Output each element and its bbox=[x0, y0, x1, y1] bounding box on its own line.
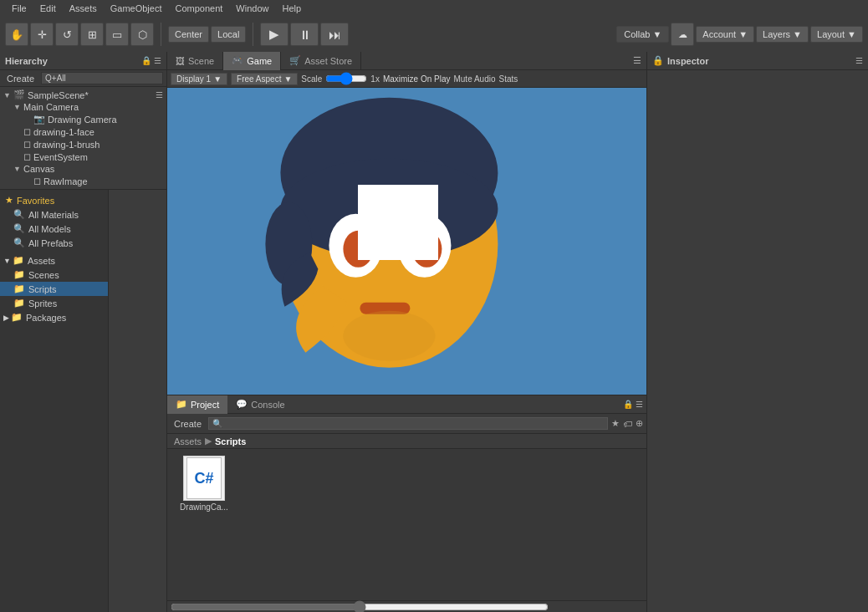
move-tool[interactable]: ✛ bbox=[30, 23, 54, 46]
menu-window[interactable]: Window bbox=[229, 2, 275, 15]
breadcrumb-assets[interactable]: Assets bbox=[174, 436, 202, 446]
hierarchy-item-drawing1brush[interactable]: ◻ drawing-1-brush bbox=[0, 138, 166, 150]
sidebar-sprites[interactable]: 📁 Sprites bbox=[0, 296, 108, 310]
transform-tool[interactable]: ⬡ bbox=[130, 23, 154, 46]
toolbar: ✋ ✛ ↺ ⊞ ▭ ⬡ Center Local ▶ ⏸ ⏭ Collab ▼ … bbox=[0, 17, 868, 52]
folder-icon: 📁 bbox=[13, 255, 24, 266]
maximize-on-play-label[interactable]: Maximize On Play bbox=[383, 74, 451, 84]
pause-button[interactable]: ⏸ bbox=[290, 23, 319, 46]
sidebar-scenes[interactable]: 📁 Scenes bbox=[0, 268, 108, 282]
inspector-content bbox=[647, 70, 868, 612]
hierarchy-search-input[interactable] bbox=[41, 72, 163, 84]
pivot-center-button[interactable]: Center bbox=[168, 26, 209, 43]
hierarchy-item-rawimage[interactable]: ◻ RawImage bbox=[0, 175, 166, 187]
lock-icon[interactable]: 🔒 bbox=[623, 400, 633, 409]
tag-icon[interactable]: 🏷 bbox=[623, 419, 632, 429]
favorites-icon[interactable]: ★ bbox=[611, 418, 620, 429]
obj-icon: ◻ bbox=[33, 176, 41, 186]
arrow-icon: ▶ bbox=[3, 314, 9, 322]
scene-tab-bar: 🖼 Scene 🎮 Game 🛒 Asset Store ☰ bbox=[167, 52, 646, 70]
game-toolbar: Display 1 ▼ Free Aspect ▼ Scale 1x Maxim… bbox=[167, 70, 646, 88]
hierarchy-item-samplescene[interactable]: ▼ 🎬 SampleScene* ☰ bbox=[0, 89, 166, 101]
hierarchy-item-maincamera[interactable]: ▼ Main Camera bbox=[0, 101, 166, 113]
hierarchy-header: Hierarchy 🔒 ☰ bbox=[0, 52, 166, 70]
aspect-dropdown[interactable]: Free Aspect ▼ bbox=[231, 73, 298, 85]
folder-icon: 📁 bbox=[13, 298, 25, 309]
rect-tool[interactable]: ▭ bbox=[105, 23, 129, 46]
layers-label: Layers ▼ bbox=[763, 29, 802, 39]
tab-game[interactable]: 🎮 Game bbox=[223, 52, 281, 70]
sidebar-all-prefabs[interactable]: 🔍 All Prefabs bbox=[0, 236, 108, 250]
play-button[interactable]: ▶ bbox=[260, 23, 288, 46]
inspector-lock-icon[interactable]: 🔒 bbox=[652, 55, 664, 66]
playback-group: ▶ ⏸ ⏭ bbox=[260, 23, 349, 46]
project-search-input[interactable] bbox=[208, 417, 608, 430]
menu-edit[interactable]: Edit bbox=[33, 2, 63, 15]
stats-label[interactable]: Stats bbox=[499, 74, 518, 84]
hierarchy-item-canvas[interactable]: ▼ Canvas bbox=[0, 163, 166, 175]
hierarchy-create-button[interactable]: Create bbox=[3, 73, 38, 84]
sep1 bbox=[161, 23, 161, 46]
tab-project[interactable]: 📁 Project bbox=[167, 395, 227, 414]
inspector-menu-icon[interactable]: ☰ bbox=[855, 56, 863, 65]
sidebar-assets-root[interactable]: ▼ 📁 Assets bbox=[0, 253, 108, 268]
hierarchy-menu-icon[interactable]: ☰ bbox=[154, 56, 161, 65]
arrow-icon: ▼ bbox=[3, 257, 11, 265]
console-tab-icon: 💬 bbox=[236, 399, 248, 410]
tab-more-button[interactable]: ☰ bbox=[628, 55, 646, 66]
file-drawingca[interactable]: C# DrawingCa... bbox=[174, 456, 234, 594]
project-create-button[interactable]: Create bbox=[171, 418, 205, 430]
folder-icon: 📁 bbox=[13, 283, 25, 294]
collab-button[interactable]: Collab ▼ bbox=[616, 26, 669, 43]
menu-component[interactable]: Component bbox=[168, 2, 229, 15]
hierarchy-item-eventsystem[interactable]: ◻ EventSystem bbox=[0, 150, 166, 163]
sidebar-scripts[interactable]: 📁 Scripts bbox=[0, 282, 108, 296]
menu-icon[interactable]: ☰ bbox=[636, 400, 643, 409]
menu-assets[interactable]: Assets bbox=[63, 2, 104, 15]
search-icon: 🔍 bbox=[13, 209, 25, 220]
cloud-button[interactable]: ☁ bbox=[671, 23, 694, 46]
account-label: Account ▼ bbox=[702, 29, 748, 39]
tab-scene[interactable]: 🖼 Scene bbox=[167, 52, 223, 70]
search-icon: 🔍 bbox=[13, 237, 25, 248]
display-dropdown[interactable]: Display 1 ▼ bbox=[171, 73, 227, 85]
local-button[interactable]: Local bbox=[211, 26, 246, 43]
scale-slider[interactable] bbox=[325, 72, 367, 85]
hierarchy-create-bar: Create bbox=[0, 70, 166, 87]
inspector-controls: ☰ bbox=[855, 56, 863, 65]
mute-audio-label[interactable]: Mute Audio bbox=[453, 74, 495, 84]
search-icon: 🔍 bbox=[13, 223, 25, 234]
bottom-panels: 📁 Project 💬 Console 🔒 ☰ Create ★ 🏷 ⊕ bbox=[167, 395, 646, 612]
layers-dropdown[interactable]: Layers ▼ bbox=[756, 26, 809, 43]
obj-icon: ◻ bbox=[23, 139, 31, 150]
menu-help[interactable]: Help bbox=[275, 2, 308, 15]
filter-icon[interactable]: ⊕ bbox=[636, 418, 643, 429]
hierarchy-tree: ▼ 🎬 SampleScene* ☰ ▼ Main Camera 📷 bbox=[0, 87, 166, 189]
sidebar-packages[interactable]: ▶ 📁 Packages bbox=[0, 310, 108, 324]
account-dropdown[interactable]: Account ▼ bbox=[696, 26, 754, 43]
scale-tool[interactable]: ⊞ bbox=[80, 23, 104, 46]
sidebar-all-materials[interactable]: 🔍 All Materials bbox=[0, 207, 108, 222]
breadcrumb-scripts[interactable]: Scripts bbox=[215, 436, 246, 446]
hierarchy-lock-icon[interactable]: 🔒 bbox=[141, 56, 151, 65]
bottom-scrollbar[interactable] bbox=[167, 600, 646, 612]
layout-dropdown[interactable]: Layout ▼ bbox=[810, 26, 863, 43]
breadcrumb-sep: ▶ bbox=[205, 436, 212, 446]
game-viewport bbox=[167, 88, 646, 395]
services-group: Collab ▼ ☁ Account ▼ Layers ▼ Layout ▼ bbox=[616, 23, 863, 46]
hierarchy-settings-icon[interactable]: ☰ bbox=[156, 90, 163, 99]
hierarchy-item-drawing1face[interactable]: ◻ drawing-1-face bbox=[0, 125, 166, 138]
step-button[interactable]: ⏭ bbox=[320, 23, 349, 46]
tab-asset-store[interactable]: 🛒 Asset Store bbox=[281, 52, 361, 70]
hand-tool[interactable]: ✋ bbox=[5, 23, 28, 46]
tab-console[interactable]: 💬 Console bbox=[227, 395, 293, 414]
menu-file[interactable]: File bbox=[5, 2, 33, 15]
project-sidebar: ★ Favorites 🔍 All Materials 🔍 All Models… bbox=[0, 190, 109, 612]
pivot-group: Center Local bbox=[168, 26, 246, 43]
sidebar-all-models[interactable]: 🔍 All Models bbox=[0, 222, 108, 236]
hierarchy-item-drawingcamera[interactable]: 📷 Drawing Camera bbox=[0, 113, 166, 125]
rotate-tool[interactable]: ↺ bbox=[55, 23, 79, 46]
scroll-slider[interactable] bbox=[171, 600, 549, 613]
menu-gameobject[interactable]: GameObject bbox=[104, 2, 169, 15]
hierarchy-title: Hierarchy bbox=[5, 56, 48, 66]
